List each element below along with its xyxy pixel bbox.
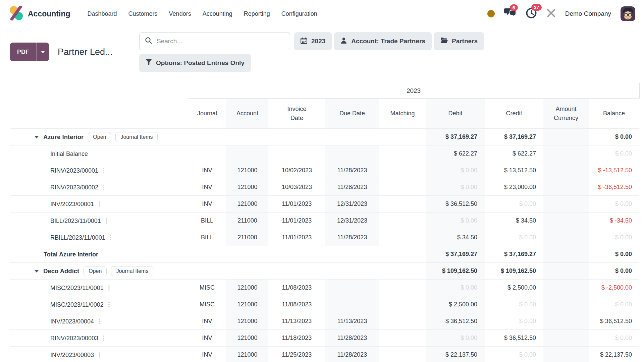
control-bar: PDF Partner Led... 2023Account: Trade Pa… [0, 27, 644, 83]
kebab-menu-icon[interactable] [108, 285, 110, 291]
account-cell: 121000 [226, 313, 268, 330]
filter-calendar-2023[interactable]: 2023 [294, 32, 332, 50]
kebab-menu-icon[interactable] [99, 352, 100, 358]
filter-folder-partners[interactable]: Partners [434, 32, 484, 50]
app-name[interactable]: Accounting [28, 9, 70, 18]
move-line-name[interactable]: RINV/2023/00001 [50, 167, 98, 174]
journal-items-button[interactable]: Journal Items [111, 266, 153, 276]
kebab-menu-icon[interactable] [110, 235, 111, 240]
total-label: Total Azure Interior [44, 251, 98, 257]
move-line-name[interactable]: INV/2023/00001 [50, 200, 94, 207]
debit-cell: $ 34.50 [426, 229, 485, 246]
column-header-due-date: Due Date [325, 99, 379, 129]
kebab-menu-icon[interactable] [106, 218, 107, 224]
due-date-cell: 11/28/2023 [325, 229, 379, 246]
credit-cell: $ 0.00 [485, 296, 543, 313]
move-line-name[interactable]: MISC/2023/11/0002 [50, 301, 104, 308]
user-icon [340, 37, 347, 46]
column-header-invoice-date: Invoice Date [268, 99, 325, 129]
invoice-date-cell: 11/01/2023 [268, 213, 325, 229]
credit-cell: $ 0.00 [485, 196, 543, 213]
due-date-cell: 12/31/2023 [325, 213, 379, 229]
invoice-date-cell [268, 145, 325, 162]
activities-button[interactable]: 27 [526, 7, 537, 20]
empty-cell [188, 246, 426, 263]
balance-cell: $ 0.00 [589, 296, 639, 313]
row-label-cell: RINV/2023/00002 [10, 179, 188, 196]
company-switcher[interactable]: Demo Company [565, 10, 611, 17]
open-button[interactable]: Open [84, 266, 107, 276]
search-input[interactable] [157, 38, 284, 45]
kebab-menu-icon[interactable] [99, 319, 100, 324]
kebab-menu-icon[interactable] [103, 168, 104, 173]
column-header-credit: Credit [485, 99, 543, 129]
kebab-menu-icon[interactable] [103, 336, 104, 341]
period-header: 2023 [188, 83, 639, 99]
due-date-cell: 11/28/2023 [325, 347, 379, 362]
move-line-name[interactable]: RBILL/2023/11/0001 [50, 234, 105, 241]
move-line-name[interactable]: INV/2023/00003 [50, 352, 94, 358]
amount-currency-cell [543, 263, 589, 280]
account-cell: 121000 [226, 330, 268, 347]
user-avatar[interactable] [621, 6, 635, 21]
debit-cell: $ 37,169.27 [426, 129, 485, 145]
matching-cell [379, 229, 426, 246]
search-box[interactable] [139, 32, 290, 50]
line-row: Initial Balance$ 622.27$ 622.27$ 0.00 [10, 145, 639, 162]
amount-currency-cell [543, 129, 589, 145]
menu-item-customers[interactable]: Customers [123, 10, 163, 17]
kebab-menu-icon[interactable] [108, 302, 110, 307]
main-menu: DashboardCustomersVendorsAccountingRepor… [82, 10, 323, 17]
balance-cell: $ 0.00 [589, 196, 639, 213]
due-date-cell: 11/13/2023 [325, 313, 379, 330]
move-line-name[interactable]: RINV/2023/00003 [50, 335, 98, 341]
column-header-account: Account [226, 99, 268, 129]
journal-items-button[interactable]: Journal Items [115, 132, 158, 142]
pdf-dropdown-toggle[interactable] [36, 43, 49, 61]
menu-item-configuration[interactable]: Configuration [276, 10, 323, 17]
amount-currency-cell [543, 213, 589, 229]
balance-cell: $ 0.00 [589, 263, 639, 280]
menu-item-reporting[interactable]: Reporting [238, 10, 276, 17]
debit-cell: $ 0.00 [426, 162, 485, 179]
amount-currency-cell [543, 330, 589, 347]
invoice-date-cell: 11/13/2023 [268, 313, 325, 330]
filter-user-account-trade-partners[interactable]: Account: Trade Partners [334, 32, 432, 50]
kebab-menu-icon[interactable] [103, 185, 104, 190]
partner-name[interactable]: Azure Interior [43, 133, 84, 140]
open-button[interactable]: Open [88, 132, 111, 142]
folder-icon [440, 37, 448, 45]
partner-name[interactable]: Deco Addict [43, 267, 79, 275]
options-filter-button[interactable]: Options: Posted Entries Only [139, 54, 251, 72]
menu-item-accounting[interactable]: Accounting [197, 10, 238, 17]
move-line-name[interactable]: RINV/2023/00002 [50, 184, 98, 190]
total-row: Total Azure Interior$ 37,169.27$ 37,169.… [10, 246, 639, 263]
line-row: RBILL/2023/11/0001BILL21100011/01/202311… [10, 229, 639, 246]
move-line-name[interactable]: INV/2023/00004 [50, 318, 94, 324]
amount-currency-cell [543, 145, 589, 162]
chevron-down-icon [41, 51, 45, 53]
pdf-button[interactable]: PDF [10, 43, 36, 61]
credit-cell: $ 36,512.50 [485, 330, 543, 347]
move-line-name[interactable]: MISC/2023/11/0001 [50, 284, 104, 291]
column-header-amount-currency: Amount Currency [543, 99, 589, 129]
journal-cell: BILL [188, 213, 226, 229]
options-filter-label: Options: Posted Entries Only [156, 59, 245, 67]
credit-cell: $ 37,169.27 [485, 129, 543, 145]
menu-item-dashboard[interactable]: Dashboard [82, 10, 123, 17]
status-dot-icon[interactable] [487, 10, 495, 17]
line-row: MISC/2023/11/0002MISC12100011/08/2023$ 2… [10, 296, 639, 313]
menu-item-vendors[interactable]: Vendors [163, 10, 197, 17]
kebab-menu-icon[interactable] [99, 201, 100, 207]
chevron-down-icon[interactable] [34, 136, 39, 138]
amount-currency-cell [543, 246, 589, 263]
odoo-accounting-logo[interactable] [9, 6, 23, 22]
calendar-icon [301, 37, 307, 46]
amount-currency-cell [543, 229, 589, 246]
messages-button[interactable]: 6 [504, 8, 516, 20]
tools-icon[interactable] [546, 8, 556, 19]
chevron-down-icon[interactable] [34, 270, 39, 273]
invoice-date-cell: 11/01/2023 [268, 196, 325, 213]
move-line-name[interactable]: BILL/2023/11/0001 [50, 217, 101, 224]
debit-cell: $ 36,512.50 [426, 313, 485, 330]
